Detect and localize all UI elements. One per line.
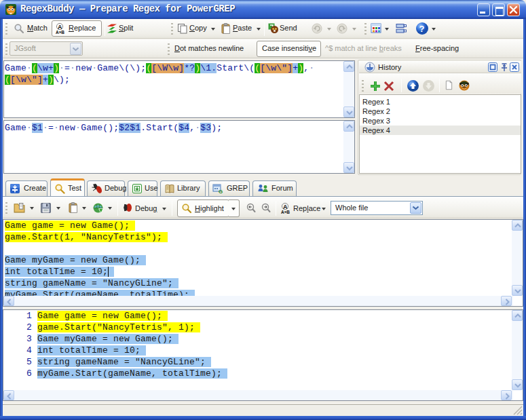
svg-text:A»B: A»B <box>281 210 290 214</box>
svg-text:?: ? <box>419 24 425 34</box>
svg-text:G: G <box>219 189 223 194</box>
svg-text:A»B: A»B <box>56 30 64 35</box>
